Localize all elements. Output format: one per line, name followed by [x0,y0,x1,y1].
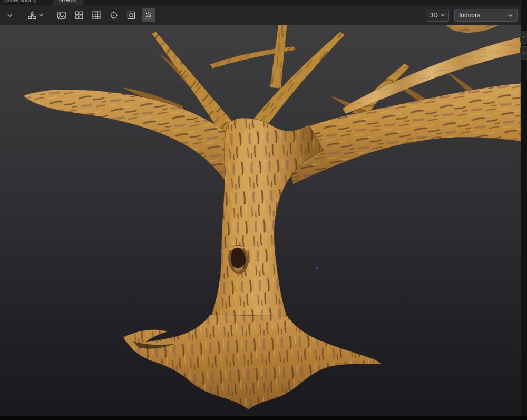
cursor-dot [316,267,318,269]
toolbar-right-group: 3D Indoors [426,9,518,22]
chevron-down-icon [39,14,43,16]
scene-shapes-dropdown[interactable] [25,8,45,22]
panel-collapse-button-1[interactable]: ‹ [520,31,527,44]
tree-model [0,25,521,416]
grid-icon [92,11,101,20]
toolbar-overflow-dropdown[interactable] [3,8,17,22]
viewport-toolbar-group [55,8,155,22]
tiles-view-button[interactable] [72,8,86,22]
app-window: Asset library Grems [0,0,527,420]
panel-collapse-button-2[interactable]: ‹ [520,46,527,60]
chevron-down-icon [508,14,513,17]
shapes-hierarchy-icon [27,11,37,20]
tab-asset-library[interactable]: Asset library [4,0,36,3]
right-panel-rail: ‹ ‹ [521,0,527,420]
tree-roots [123,315,382,409]
bottom-bar [0,416,527,420]
target-icon [109,11,119,20]
tab-grems[interactable]: Grems [53,0,83,5]
environment-value: Indoors [459,12,480,19]
tree-branch-right [290,83,521,184]
chevron-down-icon [7,14,13,17]
grid-toggle-button[interactable] [90,8,103,22]
chevron-down-icon [441,14,445,16]
top-tab-strip: Asset library Grems [0,0,521,5]
light-toggle-button[interactable] [142,8,155,22]
image-icon [57,11,66,20]
environment-select[interactable]: Indoors [454,9,518,22]
frame-button[interactable] [124,8,138,22]
lamp-icon [144,11,153,20]
frame-icon [126,11,136,20]
tiles-icon [74,11,84,20]
view-mode-label: 3D [430,12,438,19]
viewport-3d[interactable] [0,25,521,416]
focus-target-button[interactable] [107,8,121,22]
main-toolbar: 3D Indoors [0,5,521,25]
view-mode-dropdown[interactable]: 3D [426,9,449,22]
image-view-button[interactable] [55,8,69,22]
